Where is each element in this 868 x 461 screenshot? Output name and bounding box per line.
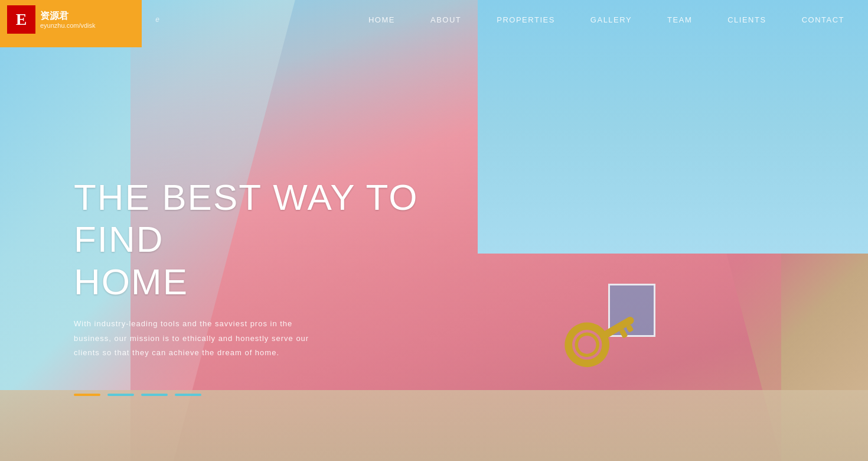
hero-content: THE BEST WAY TO FIND HOME With industry-… [74, 176, 487, 361]
nav-home[interactable]: HOME [368, 15, 395, 24]
slide-dot-3[interactable] [141, 394, 168, 396]
nav-contact[interactable]: CONTACT [802, 15, 844, 24]
awning [0, 390, 868, 461]
logo-e-letter: E [7, 5, 35, 34]
nav-gallery[interactable]: GALLERY [590, 15, 632, 24]
slide-dot-4[interactable] [175, 394, 201, 396]
hero-section: E 资源君 eyunzhu.com/vdisk e HOME ABOUT PRO… [0, 0, 868, 461]
logo-url: eyunzhu.com/vdisk [40, 22, 96, 29]
nav-properties[interactable]: PROPERTIES [497, 15, 555, 24]
navbar: E 资源君 eyunzhu.com/vdisk e HOME ABOUT PRO… [0, 0, 868, 39]
slide-dot-1[interactable] [74, 394, 100, 396]
logo-text: 资源君 eyunzhu.com/vdisk [40, 10, 96, 28]
nav-links: HOME ABOUT PROPERTIES GALLERY TEAM CLIEN… [368, 15, 844, 24]
hero-title: THE BEST WAY TO FIND HOME [74, 176, 487, 303]
building-window-2 [590, 177, 638, 230]
nav-clients[interactable]: CLIENTS [727, 15, 766, 24]
key-decoration [543, 307, 661, 414]
logo-chinese: 资源君 [40, 10, 96, 21]
svg-point-0 [562, 319, 612, 370]
building-window-1 [573, 71, 620, 124]
logo-box[interactable]: E 资源君 eyunzhu.com/vdisk e [0, 0, 142, 47]
slide-indicators [74, 394, 201, 396]
hero-subtitle: With industry-leading tools and the savv… [74, 317, 464, 361]
building-window-4 [502, 83, 537, 124]
slide-dot-2[interactable] [107, 394, 134, 396]
svg-point-1 [573, 330, 602, 359]
nav-about[interactable]: ABOUT [430, 15, 461, 24]
logo-label: e [155, 15, 159, 24]
logo-area: E 资源君 eyunzhu.com/vdisk e [0, 0, 142, 47]
nav-team[interactable]: TEAM [667, 15, 692, 24]
